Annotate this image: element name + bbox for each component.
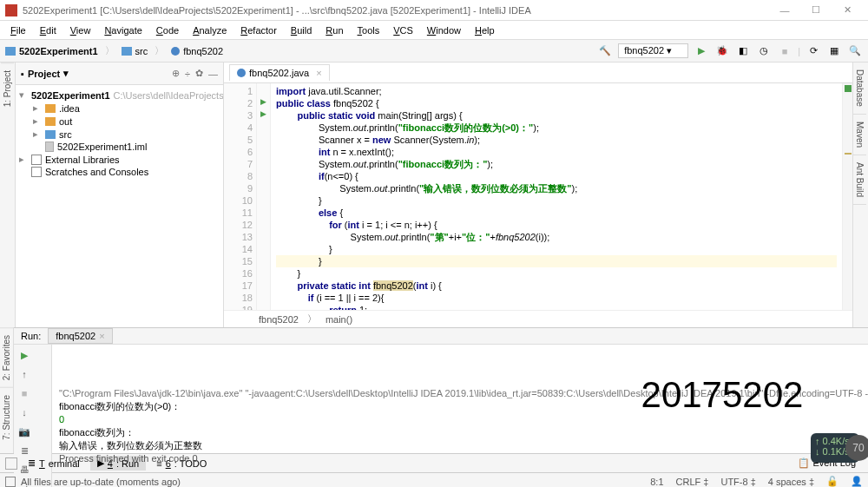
project-tool-tab[interactable]: 1: Project: [1, 63, 14, 114]
search-button[interactable]: 🔍: [847, 43, 863, 59]
up-button[interactable]: ↑: [17, 367, 31, 381]
title-bar: 5202Experiment1 [C:\Users\dell\IdeaProje…: [0, 0, 868, 21]
folder-icon: [122, 47, 132, 56]
class-icon: [237, 69, 246, 77]
crumb-file[interactable]: fbnq5202: [183, 46, 223, 56]
editor: fbnq5202.java × 123456789101112131415161…: [224, 63, 852, 327]
down-button[interactable]: ↓: [17, 405, 31, 419]
collapse-icon[interactable]: ÷: [185, 69, 190, 79]
menu-file[interactable]: File: [5, 23, 31, 37]
maximize-button[interactable]: ☐: [800, 4, 832, 16]
tree-item[interactable]: ▸src: [16, 128, 223, 141]
menu-analyze[interactable]: Analyze: [187, 23, 232, 37]
project-panel-title[interactable]: ▪ Project ▾: [21, 68, 69, 79]
window-title: 5202Experiment1 [C:\Users\dell\IdeaProje…: [23, 5, 769, 16]
run-panel-title: Run:: [21, 331, 41, 341]
menu-view[interactable]: View: [65, 23, 96, 37]
menu-vcs[interactable]: VCS: [388, 23, 418, 37]
editor-tab-label: fbnq5202.java: [249, 68, 309, 78]
screenshot-button[interactable]: 📷: [17, 424, 31, 438]
tree-item[interactable]: ▸External Libraries: [16, 153, 223, 166]
crumb-project[interactable]: 5202Experiment1: [19, 46, 98, 56]
run-config-tab[interactable]: fbnq5202 ×: [48, 328, 112, 344]
tree-item[interactable]: 5202Experiment1.iml: [16, 141, 223, 153]
code-area[interactable]: import java.util.Scanner;public class fb…: [271, 83, 842, 310]
tree-item[interactable]: ▾5202Experiment1 C:\Users\dell\IdeaProje…: [16, 89, 223, 102]
run-gutter[interactable]: ▶▶: [257, 83, 271, 310]
menu-build[interactable]: Build: [286, 23, 317, 37]
menu-window[interactable]: Window: [422, 23, 466, 37]
profile-button[interactable]: ◷: [756, 43, 772, 59]
minimize-button[interactable]: —: [769, 5, 800, 16]
tree-item[interactable]: ▸.idea: [16, 102, 223, 115]
build-button[interactable]: 🔨: [597, 43, 613, 59]
tree-item[interactable]: ▸out: [16, 115, 223, 128]
menu-edit[interactable]: Edit: [35, 23, 62, 37]
run-button[interactable]: ▶: [694, 43, 709, 59]
stop-button[interactable]: ■: [17, 386, 31, 400]
debug-button[interactable]: 🐞: [714, 43, 730, 59]
navigation-bar: 5202Experiment1 〉 src 〉 fbnq5202 🔨 fbnq5…: [0, 40, 868, 63]
tree-item[interactable]: Scratches and Consoles: [16, 166, 223, 178]
hide-icon[interactable]: —: [208, 69, 218, 79]
menu-bar: FileEditViewNavigateCodeAnalyzeRefactorB…: [0, 21, 868, 40]
watermark: 20175202: [641, 388, 804, 401]
menu-code[interactable]: Code: [151, 23, 184, 37]
favorites-tab[interactable]: 2: Favorites: [0, 327, 13, 387]
breadcrumb[interactable]: 5202Experiment1 〉 src 〉 fbnq5202: [5, 44, 223, 57]
menu-tools[interactable]: Tools: [352, 23, 385, 37]
right-tool-tabs: Database Maven Ant Build: [852, 63, 868, 327]
menu-run[interactable]: Run: [320, 23, 348, 37]
structure-tab[interactable]: 7: Structure: [0, 387, 13, 447]
menu-navigate[interactable]: Navigate: [99, 23, 147, 37]
update-button[interactable]: ⟳: [806, 43, 821, 59]
left-tool-tabs: 1: Project: [0, 63, 16, 327]
left-tool-tabs-lower: 2: Favorites 7: Structure: [0, 327, 14, 453]
folder-icon: [5, 47, 16, 56]
editor-tab[interactable]: fbnq5202.java ×: [229, 64, 330, 81]
settings-icon[interactable]: ✿: [195, 68, 203, 79]
line-gutter[interactable]: 1234567891011121314151617181920: [224, 83, 257, 310]
menu-help[interactable]: Help: [470, 23, 500, 37]
project-panel: ▪ Project ▾ ⊕ ÷ ✿ — ▾5202Experiment1 C:\…: [16, 63, 224, 327]
tool-window-toggle[interactable]: [5, 457, 17, 470]
ant-tab[interactable]: Ant Build: [853, 155, 866, 205]
rerun-button[interactable]: ▶: [17, 348, 31, 362]
console-output[interactable]: 20175202 "C:\Program Files\Java\jdk-12\b…: [52, 345, 868, 487]
select-opened-icon[interactable]: ⊕: [172, 68, 180, 79]
menu-refactor[interactable]: Refactor: [235, 23, 282, 37]
app-icon: [5, 4, 17, 16]
class-icon: [171, 47, 180, 56]
database-tab[interactable]: Database: [853, 63, 866, 115]
project-tree[interactable]: ▾5202Experiment1 C:\Users\dell\IdeaProje…: [16, 85, 223, 181]
network-widget: ↑ 0.4K/s ↓ 0.1K/s 70: [811, 433, 859, 463]
maven-tab[interactable]: Maven: [853, 115, 866, 155]
error-stripe[interactable]: [842, 83, 852, 310]
status-indicator-icon: [5, 477, 16, 487]
close-tab-icon[interactable]: ×: [316, 68, 321, 78]
run-config-combo[interactable]: fbnq5202 ▾: [618, 43, 688, 58]
coverage-button[interactable]: ◧: [735, 43, 751, 59]
stop-button[interactable]: ■: [777, 43, 792, 59]
close-button[interactable]: ✕: [832, 4, 863, 16]
run-panel: Run: fbnq5202 × ✿ — ▶ ↑ ■ ↓ 📷 ≣ 🖶 ↵ 🗑 20…: [14, 327, 868, 453]
editor-breadcrumb[interactable]: fbnq5202〉main(): [224, 310, 852, 327]
crumb-src[interactable]: src: [135, 46, 148, 56]
structure-button[interactable]: ▦: [826, 43, 842, 59]
